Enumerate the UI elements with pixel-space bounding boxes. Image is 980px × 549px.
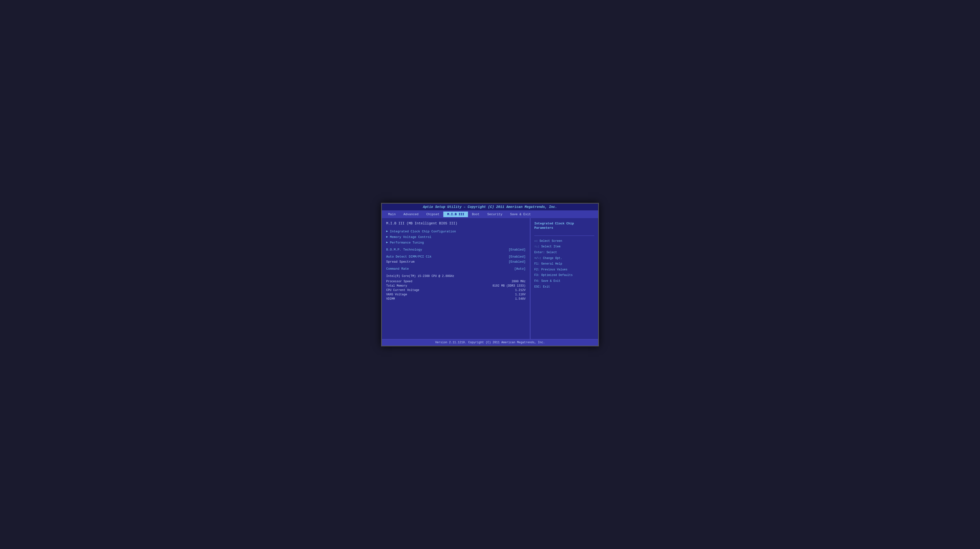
arrow-icon-mvc: ► (386, 235, 388, 239)
spread-spectrum-value: [Enabled] (509, 260, 525, 264)
menu-entry-icc[interactable]: ► Integrated Clock Chip Configuration (386, 230, 525, 233)
key-select-screen-key: ↔: (534, 239, 539, 243)
key-esc-action: Exit (543, 285, 550, 288)
processor-speed-row: Processor Speed 2800 MHz (386, 280, 525, 283)
key-enter-action: Select (546, 251, 557, 254)
menu-mib3[interactable]: M.I.B III (443, 212, 468, 217)
vdimm-value: 1.548V (515, 297, 525, 301)
key-f1-key: F1: (534, 262, 541, 266)
vdimm-row: VDIMM 1.548V (386, 297, 525, 301)
key-f2-action: Previous Values (541, 268, 568, 271)
bomp-value: [Enabled] (509, 248, 525, 251)
key-esc: ESC: Exit (534, 285, 594, 290)
cpu-label: Intel(R) Core(TM) i5-2300 CPU @ 2.80GHz (386, 275, 525, 278)
footer-text: Version 2.11.1210. Copyright (C) 2011 Am… (435, 341, 545, 344)
key-f4-key: F4: (534, 279, 541, 283)
setting-bomp[interactable]: B.O.M.P. Technology [Enabled] (386, 248, 525, 251)
key-change-opt: +/−: Change Opt. (534, 256, 594, 261)
key-select-screen: ↔: Select Screen (534, 239, 594, 244)
help-title: Integrated Clock ChipParameters (534, 221, 594, 230)
menu-entry-pt-label: Performance Tuning (390, 241, 424, 245)
right-panel: Integrated Clock ChipParameters ↔: Selec… (530, 218, 598, 339)
menu-main[interactable]: Main (384, 212, 399, 217)
page-title: M.I.B III (MB Intelligent BIOS III) (386, 221, 525, 225)
auto-detect-label: Auto Detect DIMM/PCI Clk (386, 255, 431, 259)
key-f4-action: Save & Exit (541, 279, 560, 283)
key-f3-key: F3: (534, 274, 541, 277)
menu-entry-pt[interactable]: ► Performance Tuning (386, 241, 525, 245)
key-select-item: ↑↓: Select Item (534, 244, 594, 250)
content-area: M.I.B III (MB Intelligent BIOS III) ► In… (382, 218, 598, 339)
vaxg-voltage-row: VAXG Voltage 1.116V (386, 293, 525, 296)
key-f2: F2: Previous Values (534, 267, 594, 272)
arrow-icon: ► (386, 230, 388, 233)
menu-chipset[interactable]: Chipset (423, 212, 444, 217)
key-select-screen-action: Select Screen (539, 239, 562, 243)
system-info-block: Intel(R) Core(TM) i5-2300 CPU @ 2.80GHz … (386, 275, 525, 301)
processor-speed-value: 2800 MHz (512, 280, 525, 283)
menu-save-exit[interactable]: Save & Exit (506, 212, 535, 217)
key-f1: F1: General Help (534, 261, 594, 267)
key-esc-key: ESC: (534, 285, 543, 288)
title-bar: Aptio Setup Utility – Copyright (C) 2011… (382, 204, 598, 211)
menu-bar: Main Advanced Chipset M.I.B III Boot Sec… (382, 211, 598, 218)
cpu-voltage-value: 1.212V (515, 288, 525, 292)
cpu-voltage-label: CPU Current Voltage (386, 288, 419, 292)
key-f1-action: General Help (541, 262, 562, 266)
key-f2-key: F2: (534, 268, 541, 271)
total-memory-row: Total Memory 8192 MB (DDR3 1333) (386, 284, 525, 288)
bomp-label: B.O.M.P. Technology (386, 248, 422, 251)
command-rate-label: Command Rate (386, 267, 409, 271)
setting-auto-detect[interactable]: Auto Detect DIMM/PCI Clk [Enabled] (386, 255, 525, 259)
total-memory-value: 8192 MB (DDR3 1333) (492, 284, 525, 288)
auto-detect-value: [Enabled] (509, 255, 525, 259)
key-f3-action: Optimized Defaults (541, 274, 573, 277)
key-change-key: +/−: (534, 256, 543, 260)
vaxg-voltage-value: 1.116V (515, 293, 525, 296)
key-f3: F3: Optimized Defaults (534, 273, 594, 278)
key-list: ↔: Select Screen ↑↓: Select Item Enter: … (534, 239, 594, 290)
key-f4: F4: Save & Exit (534, 278, 594, 284)
processor-speed-label: Processor Speed (386, 280, 412, 283)
divider (534, 236, 594, 236)
total-memory-label: Total Memory (386, 284, 407, 288)
setting-spread-spectrum[interactable]: Spread Spectrum [Enabled] (386, 260, 525, 264)
menu-security[interactable]: Security (484, 212, 506, 217)
title-text: Aptio Setup Utility – Copyright (C) 2011… (423, 205, 557, 209)
key-select-item-action: Select Item (541, 245, 560, 248)
bios-screen: Aptio Setup Utility – Copyright (C) 2011… (381, 203, 599, 346)
menu-boot[interactable]: Boot (468, 212, 483, 217)
vaxg-voltage-label: VAXG Voltage (386, 293, 407, 296)
setting-command-rate[interactable]: Command Rate [Auto] (386, 267, 525, 271)
vdimm-label: VDIMM (386, 297, 395, 301)
key-enter-select: Enter: Select (534, 250, 594, 255)
arrow-icon-pt: ► (386, 241, 388, 244)
key-change-action: Change Opt. (543, 256, 562, 260)
menu-advanced[interactable]: Advanced (399, 212, 422, 217)
main-panel: M.I.B III (MB Intelligent BIOS III) ► In… (382, 218, 530, 339)
key-select-item-key: ↑↓: (534, 245, 541, 248)
key-enter-key: Enter: (534, 251, 546, 254)
menu-entry-mvc-label: Memory Voltage Control (390, 235, 431, 239)
cpu-voltage-row: CPU Current Voltage 1.212V (386, 288, 525, 292)
footer: Version 2.11.1210. Copyright (C) 2011 Am… (382, 339, 598, 346)
menu-entry-mvc[interactable]: ► Memory Voltage Control (386, 235, 525, 239)
spread-spectrum-label: Spread Spectrum (386, 260, 415, 264)
command-rate-value: [Auto] (514, 267, 525, 271)
menu-entry-icc-label: Integrated Clock Chip Configuration (390, 230, 456, 233)
